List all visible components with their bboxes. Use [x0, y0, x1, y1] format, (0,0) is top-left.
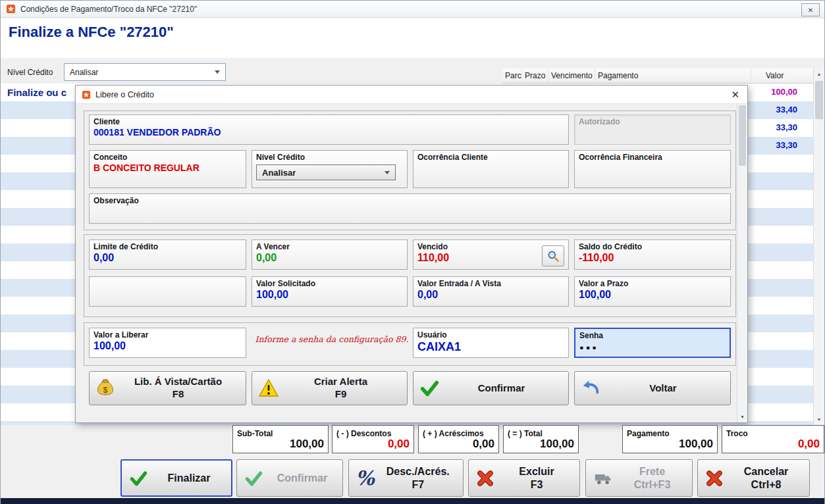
nivel-credito-label: Nível Crédito [256, 153, 403, 162]
limite-credito-label: Limite de Crédito [93, 242, 242, 251]
percent-icon: % [356, 468, 375, 488]
main-scrollbar[interactable]: ▲ ▼ [813, 68, 824, 425]
valor-entrada-value: 0,00 [417, 289, 564, 301]
conceito-field: Conceito B CONCEITO REGULAR [89, 150, 246, 188]
empty-field [89, 276, 246, 307]
descontos-label: ( - ) Descontos [336, 429, 391, 438]
senha-field[interactable]: Senha ●●● [574, 328, 731, 358]
button-key: Ctrl+8 [751, 478, 782, 491]
total-box: ( = ) Total 100,00 [503, 425, 579, 453]
desc-acres-button[interactable]: % Desc./Acrés. F7 [348, 459, 464, 497]
dialog-confirmar-button[interactable]: Confirmar [413, 371, 569, 405]
app-icon [82, 90, 91, 99]
valor-prazo-field: Valor a Prazo 100,00 [574, 276, 731, 307]
observacao-label: Observação [93, 196, 726, 205]
excluir-button[interactable]: Excluir F3 [468, 459, 580, 497]
button-label: Confirmar [478, 382, 525, 395]
warning-icon [257, 378, 280, 399]
button-key: Ctrl+F3 [634, 478, 671, 491]
button-label: Criar Alerta [314, 376, 367, 388]
button-key: F3 [531, 478, 543, 491]
conceito-label: Conceito [93, 153, 242, 162]
dialog-close-button[interactable]: ✕ [731, 89, 739, 101]
subtotal-box: Sub-Total 100,00 [232, 425, 329, 453]
usuario-field[interactable]: Usuário CAIXA1 [413, 328, 569, 358]
scroll-down-icon[interactable]: ▼ [814, 414, 824, 425]
frete-button: Frete Ctrl+F3 [585, 459, 693, 497]
dialog-scrollbar[interactable]: ▼ [737, 104, 747, 422]
limite-credito-value: 0,00 [93, 252, 242, 264]
saldo-credito-field: Saldo do Crédito -110,00 [574, 239, 731, 270]
autorizado-field: Autorizado [574, 114, 731, 145]
button-label: Lib. Á Vista/Cartão [134, 376, 222, 388]
criar-alerta-button[interactable]: Criar Alerta F9 [252, 371, 408, 405]
voltar-button[interactable]: Voltar [574, 371, 731, 405]
button-label: Frete [639, 465, 665, 478]
app-icon [6, 4, 16, 14]
button-label: Voltar [649, 382, 676, 395]
button-label: Desc./Acrés. [386, 465, 450, 478]
scroll-down-icon[interactable]: ▼ [737, 411, 747, 422]
pagamento-label: Pagamento [627, 429, 670, 438]
app-window: Condições de Pagamento/Troco da NFCe "27… [0, 0, 825, 504]
close-icon: ✕ [808, 7, 813, 14]
valor-solicitado-label: Valor Solicitado [256, 279, 403, 288]
ocorrencia-financeira-label: Ocorrência Financeira [579, 153, 726, 162]
vencido-field: Vencido 110,00 [413, 239, 569, 270]
ocorrencia-financeira-field: Ocorrência Financeira [574, 150, 731, 188]
observacao-field[interactable]: Observação [89, 193, 731, 224]
truck-icon [593, 469, 614, 488]
scrollbar-thumb[interactable] [739, 105, 746, 166]
credit-level-value: Analisar [70, 68, 98, 77]
troco-box: Troco 0,00 [722, 425, 824, 453]
troco-label: Troco [726, 429, 748, 438]
window-title: Condições de Pagamento/Troco da NFCe "27… [20, 5, 197, 14]
scrollbar-thumb[interactable] [815, 81, 823, 119]
button-key: F9 [335, 388, 347, 401]
a-vencer-label: A Vencer [256, 242, 403, 251]
finalizar-button[interactable]: Finalizar [120, 459, 232, 497]
senha-value: ●●● [579, 343, 726, 351]
lib-vista-cartao-button[interactable]: $ Lib. Á Vista/Cartão F8 [89, 371, 246, 405]
undo-icon [580, 378, 601, 398]
magnifier-icon [546, 249, 560, 263]
valor-liberar-label: Valor a Liberar [93, 330, 242, 340]
button-label: Excluir [519, 465, 554, 478]
pagamento-value: 100,00 [679, 438, 713, 451]
subtotal-value: 100,00 [290, 438, 324, 451]
subtotal-label: Sub-Total [237, 429, 273, 438]
vencido-search-button[interactable] [542, 245, 564, 266]
button-label: Cancelar [744, 465, 789, 478]
grid-col-parc[interactable]: Parc [502, 68, 522, 84]
credit-level-select[interactable]: Analisar [64, 63, 226, 81]
grid-value-row2: 33,40 [776, 105, 797, 114]
valor-prazo-value: 100,00 [579, 289, 726, 301]
a-vencer-value: 0,00 [256, 252, 403, 264]
grid-value-row1: 100,00 [771, 87, 797, 97]
window-titlebar[interactable]: Condições de Pagamento/Troco da NFCe "27… [1, 1, 824, 18]
liberate-credit-dialog: Libere o Crédito ✕ Cliente 000181 VENDED… [75, 85, 748, 423]
acrescimos-label: ( + ) Acréscimos [423, 429, 484, 438]
window-close-button[interactable]: ✕ [801, 3, 820, 16]
scroll-up-icon[interactable]: ▲ [814, 68, 824, 80]
grid-value-row4: 33,30 [776, 140, 797, 150]
nivel-credito-value: Analisar [262, 168, 296, 178]
grid-col-pagamento[interactable]: Pagamento [595, 68, 751, 84]
cancelar-button[interactable]: Cancelar Ctrl+8 [697, 459, 810, 497]
grid-col-vencimento[interactable]: Vencimento [548, 68, 595, 84]
dialog-titlebar[interactable]: Libere o Crédito [76, 86, 747, 104]
chevron-down-icon [215, 70, 220, 74]
dialog-body: Cliente 000181 VENDEDOR PADRÃO Autorizad… [76, 104, 747, 422]
password-hint: Informe a senha da configuração 89. [252, 334, 412, 344]
close-icon: ✕ [731, 89, 739, 100]
confirmar-button: Confirmar [236, 459, 343, 497]
valor-liberar-field[interactable]: Valor a Liberar 100,00 [89, 328, 246, 358]
chevron-down-icon [385, 171, 390, 174]
saldo-credito-label: Saldo do Crédito [579, 242, 726, 251]
descontos-value: 0,00 [388, 438, 410, 451]
grid-col-valor[interactable]: Valor [751, 68, 814, 84]
nivel-credito-select[interactable]: Analisar [256, 164, 396, 180]
money-bag-icon: $ [95, 376, 116, 400]
grid-col-prazo[interactable]: Prazo [522, 68, 548, 84]
total-value: 100,00 [540, 438, 574, 451]
